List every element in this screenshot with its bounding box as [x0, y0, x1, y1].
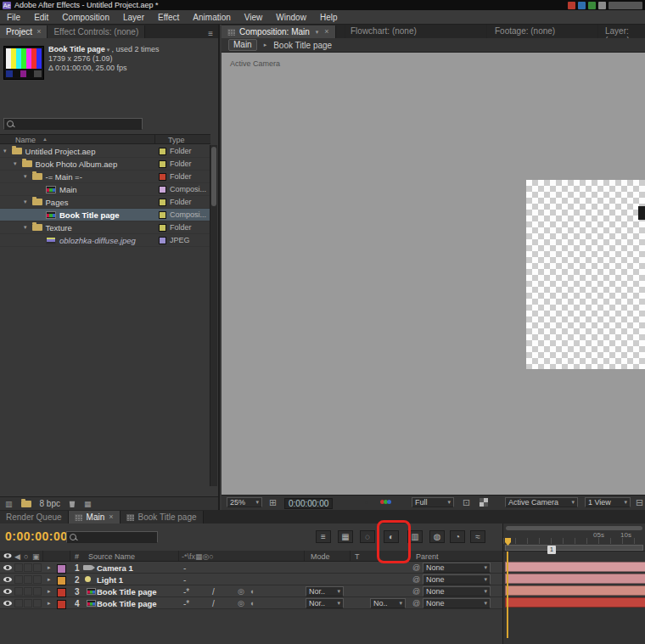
composition-marker[interactable]: 1 — [547, 546, 556, 554]
panel-menu-icon[interactable]: ≡ — [203, 29, 218, 38]
tray-icon[interactable] — [578, 2, 586, 9]
effects-switch-icon[interactable]: ◎ — [238, 599, 244, 608]
grid-guides-icon[interactable]: ⊞ — [269, 497, 277, 508]
project-row-book-photo-album[interactable]: ▾ Book Photo Album.aep Folder — [0, 158, 210, 171]
parent-dropdown[interactable]: None▾ — [423, 574, 491, 585]
time-navigator[interactable] — [506, 526, 642, 530]
audio-switch[interactable] — [14, 599, 23, 608]
current-time-indicator-line[interactable] — [507, 552, 508, 638]
project-row-main-folder[interactable]: ▾ -= Main =- Folder — [0, 171, 210, 183]
twirl-closed-icon[interactable]: ▸ — [48, 600, 51, 607]
audio-switch[interactable] — [14, 575, 23, 584]
scrollbar-thumb[interactable] — [211, 147, 216, 206]
label-color-chip[interactable] — [159, 211, 166, 219]
magnification-dropdown[interactable]: 25%▾ — [227, 497, 262, 507]
comp-transparent-area[interactable] — [526, 180, 645, 369]
layer-name[interactable]: Light 1 — [97, 575, 123, 585]
column-parent[interactable]: Parent — [416, 552, 439, 561]
column-number[interactable]: # — [75, 552, 79, 561]
visibility-eye-icon[interactable] — [3, 577, 12, 582]
layer-row-book-title-page-4[interactable]: ▸ 4 Book Title page -* / ◎ ◐ Nor..▾ No..… — [0, 597, 502, 609]
close-icon[interactable]: × — [36, 25, 41, 38]
view-layout-dropdown[interactable]: 1 View▾ — [585, 497, 631, 507]
menu-view[interactable]: View — [238, 13, 270, 22]
layer-name[interactable]: Book Title page — [97, 587, 157, 596]
tray-icon[interactable] — [598, 2, 606, 9]
layer-duration-bar[interactable] — [505, 597, 645, 608]
label-color-chip[interactable] — [159, 173, 166, 181]
menu-help[interactable]: Help — [313, 13, 345, 22]
video-column-icon[interactable] — [4, 553, 12, 557]
mode-dropdown[interactable]: Nor..▾ — [306, 598, 344, 608]
layer-color-chip[interactable] — [57, 564, 66, 574]
tab-project[interactable]: Project × — [0, 25, 48, 38]
pickwhip-icon[interactable]: @ — [412, 599, 420, 608]
tab-flowchart[interactable]: Flowchart: (none) — [351, 26, 417, 36]
solo-switch[interactable] — [24, 563, 32, 572]
layer-duration-bar[interactable] — [505, 574, 645, 584]
pixel-aspect-icon[interactable]: ⊟ — [636, 497, 643, 508]
solo-switch[interactable] — [24, 599, 32, 608]
timeline-search-input[interactable] — [76, 533, 181, 541]
label-color-chip[interactable] — [159, 224, 166, 232]
solo-column-icon[interactable]: ○ — [24, 552, 28, 561]
motion-blur-switch-icon[interactable]: ◐ — [250, 587, 255, 596]
menu-file[interactable]: File — [0, 13, 27, 22]
label-color-chip[interactable] — [159, 199, 166, 206]
visibility-eye-icon[interactable] — [3, 601, 12, 606]
column-name[interactable]: Name — [15, 136, 36, 144]
camera-view-dropdown[interactable]: Active Camera▾ — [505, 497, 578, 507]
label-color-chip[interactable] — [159, 237, 166, 244]
column-mode[interactable]: Mode — [311, 552, 330, 561]
close-icon[interactable]: × — [109, 511, 113, 524]
mode-dropdown[interactable]: Nor..▾ — [306, 586, 344, 596]
new-folder-icon[interactable] — [21, 501, 31, 507]
tray-icon[interactable] — [609, 2, 642, 9]
menu-window[interactable]: Window — [269, 13, 313, 22]
switch-slash[interactable]: / — [212, 587, 215, 596]
layer-color-chip[interactable] — [57, 576, 66, 585]
current-time-display[interactable]: 0:00:00:00 — [5, 529, 68, 543]
lock-switch[interactable] — [33, 563, 42, 572]
parent-dropdown[interactable]: None▾ — [423, 563, 491, 573]
audio-column-icon[interactable]: ◀ — [14, 552, 20, 561]
label-color-chip[interactable] — [159, 186, 166, 193]
resolution-dropdown[interactable]: Full▾ — [412, 497, 454, 507]
bit-depth-indicator[interactable]: 8 bpc — [40, 499, 60, 508]
hide-shy-layers-button[interactable]: ◌ — [360, 530, 375, 543]
auto-keyframe-button[interactable]: ◔ — [450, 530, 465, 543]
layer-color-chip[interactable] — [57, 588, 66, 597]
switch-slash[interactable]: / — [212, 599, 215, 608]
solo-switch[interactable] — [24, 575, 32, 584]
effects-switch-icon[interactable]: ◎ — [238, 587, 244, 596]
project-row-pages[interactable]: ▾ Pages Folder — [0, 196, 210, 209]
pickwhip-icon[interactable]: @ — [412, 575, 420, 584]
transparency-grid-icon[interactable] — [480, 498, 488, 507]
tab-render-queue[interactable]: Render Queue — [0, 511, 69, 524]
parent-dropdown[interactable]: None▾ — [423, 586, 491, 596]
project-row-oblozhka-jpeg[interactable]: oblozhka-diffuse.jpeg JPEG — [0, 234, 210, 247]
twirl-open-icon[interactable]: ▾ — [2, 148, 8, 154]
layer-name[interactable]: Book Title page — [97, 599, 157, 608]
composition-mini-flowchart-button[interactable]: ≡ — [316, 530, 331, 543]
motion-blur-switch-icon[interactable]: ◐ — [250, 599, 255, 608]
tray-icon[interactable] — [568, 2, 575, 9]
tab-timeline-main[interactable]: Main × — [69, 511, 121, 524]
layer-color-chip[interactable] — [57, 600, 66, 609]
twirl-open-icon[interactable]: ▾ — [22, 224, 29, 231]
twirl-open-icon[interactable]: ▾ — [12, 160, 19, 167]
graph-editor-button[interactable]: ≈ — [470, 530, 485, 543]
twirl-open-icon[interactable]: ▾ — [22, 173, 29, 180]
menu-composition[interactable]: Composition — [55, 13, 116, 22]
project-row-book-title-page[interactable]: Book Title page Composi... — [0, 209, 210, 221]
project-row-untitled[interactable]: ▾ Untitled Project.aep Folder — [0, 145, 210, 158]
switch-dash[interactable]: - — [183, 563, 186, 573]
visibility-eye-icon[interactable] — [3, 565, 12, 570]
interpret-footage-icon[interactable]: ▥ — [5, 500, 13, 508]
layer-row-book-title-page-3[interactable]: ▸ 3 Book Title page -* / ◎ ◐ Nor..▾ @ No… — [0, 585, 502, 597]
tray-icon[interactable] — [588, 2, 596, 9]
label-color-chip[interactable] — [159, 160, 166, 168]
brainstorm-button[interactable]: ◍ — [429, 530, 445, 543]
layer-duration-bar[interactable] — [505, 585, 645, 596]
timeline-track-area[interactable]: 05s 10s 1 — [502, 524, 645, 644]
